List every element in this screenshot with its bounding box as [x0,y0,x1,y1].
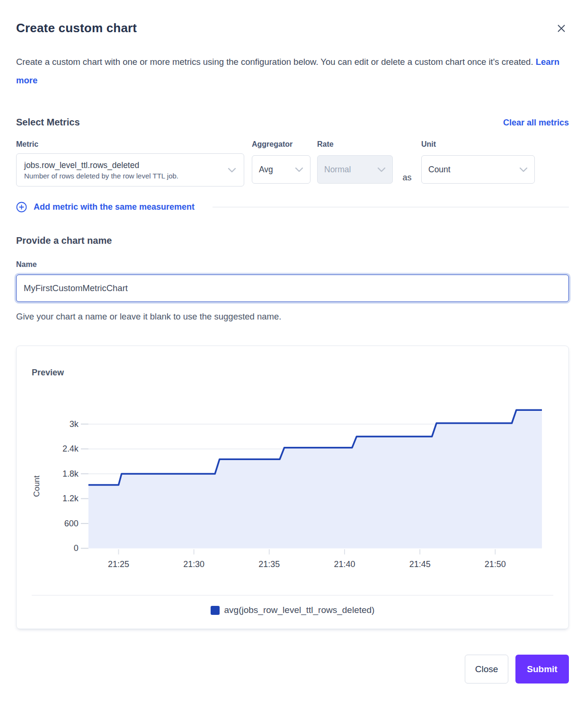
metric-select[interactable]: jobs.row_level_ttl.rows_deleted Number o… [16,153,244,186]
rate-select-disabled: Normal [317,155,393,184]
chevron-down-icon [519,167,528,172]
add-metric-row: Add metric with the same measurement [16,202,569,213]
preview-card: Preview 06001.2k1.8k2.4k3k21:2521:3021:3… [16,346,569,629]
legend-swatch [211,606,220,615]
svg-text:3k: 3k [70,419,79,429]
submit-button[interactable]: Submit [515,655,569,684]
close-icon [557,24,566,33]
svg-text:0: 0 [74,543,79,553]
svg-text:1.2k: 1.2k [62,494,79,503]
metric-config-row: Metric jobs.row_level_ttl.rows_deleted N… [16,140,569,186]
preview-chart-svg: 06001.2k1.8k2.4k3k21:2521:3021:3521:4021… [32,398,553,573]
unit-select[interactable]: Count [421,155,535,184]
svg-text:21:40: 21:40 [334,559,355,569]
rate-select-value: Normal [324,165,351,175]
select-metrics-header: Select Metrics Clear all metrics [16,117,569,128]
intro-text: Create a custom chart with one or more m… [16,53,569,89]
create-custom-chart-modal: Create custom chart Create a custom char… [0,0,585,728]
add-metric-link[interactable]: Add metric with the same measurement [34,202,195,212]
modal-footer: Close Submit [16,655,569,684]
unit-label: Unit [421,140,535,149]
chart-legend: avg(jobs_row_level_ttl_rows_deleted) [32,595,553,615]
page-title: Create custom chart [16,21,569,36]
clear-all-metrics-link[interactable]: Clear all metrics [503,118,569,128]
legend-label: avg(jobs_row_level_ttl_rows_deleted) [224,605,375,615]
svg-text:21:30: 21:30 [183,559,204,569]
aggregator-label: Aggregator [252,140,310,149]
preview-heading: Preview [32,368,553,378]
plus-circle-icon [16,202,27,213]
name-label: Name [16,260,569,269]
svg-text:21:45: 21:45 [409,559,431,569]
svg-text:21:50: 21:50 [485,559,506,569]
svg-text:1.8k: 1.8k [62,469,79,479]
unit-select-value: Count [428,165,451,175]
chevron-down-icon [295,167,303,172]
svg-text:Count: Count [32,475,41,497]
name-helper-text: Give your chart a name or leave it blank… [16,311,569,322]
metric-label: Metric [16,140,244,149]
aggregator-select-value: Avg [259,165,273,175]
svg-text:2.4k: 2.4k [62,444,79,453]
svg-text:21:25: 21:25 [108,559,129,569]
rate-label: Rate [317,140,393,149]
as-label: as [393,173,421,186]
chart-name-heading: Provide a chart name [16,235,569,246]
chevron-down-icon [228,168,236,173]
metric-select-description: Number of rows deleted by the row level … [24,172,178,180]
intro-text-body: Create a custom chart with one or more m… [16,57,533,67]
svg-text:21:35: 21:35 [258,559,280,569]
metric-select-value: jobs.row_level_ttl.rows_deleted [24,160,178,170]
chart-name-input[interactable] [16,275,569,302]
chevron-down-icon [377,167,386,172]
modal-close-button[interactable] [555,22,568,35]
close-button[interactable]: Close [465,655,508,684]
divider [213,207,569,207]
svg-text:600: 600 [64,519,79,528]
select-metrics-heading: Select Metrics [16,117,80,128]
aggregator-select[interactable]: Avg [252,155,310,184]
